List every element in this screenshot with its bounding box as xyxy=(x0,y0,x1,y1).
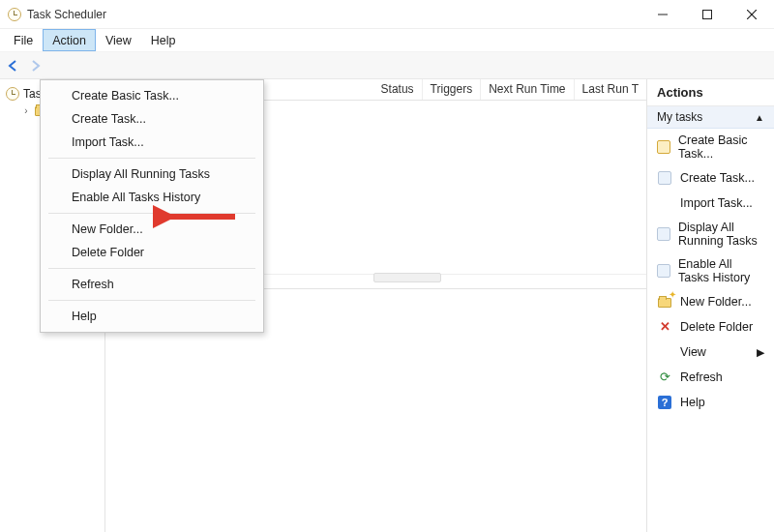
action-help[interactable]: ? Help xyxy=(647,390,774,415)
action-label: Import Task... xyxy=(680,196,753,210)
dd-enable-history[interactable]: Enable All Tasks History xyxy=(41,186,263,209)
minimize-button[interactable] xyxy=(640,0,685,29)
delete-icon: ✕ xyxy=(657,319,672,335)
action-label: Delete Folder xyxy=(680,320,753,334)
actions-subhead-label: My tasks xyxy=(657,110,702,124)
titlebar: Task Scheduler xyxy=(0,0,774,29)
svg-rect-1 xyxy=(703,10,712,18)
help-icon: ? xyxy=(657,395,672,410)
window-title: Task Scheduler xyxy=(27,8,106,21)
action-menu-dropdown: Create Basic Task... Create Task... Impo… xyxy=(40,79,264,333)
action-import-task[interactable]: Import Task... xyxy=(647,191,774,216)
action-label: Create Task... xyxy=(680,171,755,185)
task-icon xyxy=(657,170,672,186)
wizard-icon xyxy=(657,139,670,155)
close-icon xyxy=(747,10,757,19)
menu-separator xyxy=(48,158,255,159)
clock-icon xyxy=(6,87,19,101)
history-icon xyxy=(657,263,670,279)
action-create-task[interactable]: Create Task... xyxy=(647,165,774,191)
refresh-icon: ⟳ xyxy=(657,369,672,385)
action-label: New Folder... xyxy=(680,295,752,309)
submenu-arrow-icon: ▶ xyxy=(757,346,764,359)
action-label: Refresh xyxy=(680,370,723,384)
menu-separator xyxy=(48,268,255,269)
chevron-right-icon: › xyxy=(21,105,31,116)
window-controls xyxy=(640,0,774,29)
col-next-run[interactable]: Next Run Time xyxy=(481,79,574,100)
content-area: Task Scheduler › Status Triggers Next Ru… xyxy=(0,79,774,532)
actions-pane: Actions My tasks ▲ Create Basic Task... … xyxy=(646,79,774,532)
blank-icon xyxy=(657,344,672,360)
menu-file[interactable]: File xyxy=(4,29,43,51)
toolbar xyxy=(0,52,774,79)
col-status[interactable]: Status xyxy=(373,79,423,100)
dd-create-basic-task[interactable]: Create Basic Task... xyxy=(41,84,263,107)
forward-icon[interactable] xyxy=(27,58,43,74)
horizontal-scrollbar[interactable] xyxy=(373,273,441,282)
folder-new-icon: ✦ xyxy=(657,294,672,310)
close-button[interactable] xyxy=(729,0,774,29)
action-create-basic-task[interactable]: Create Basic Task... xyxy=(647,129,774,165)
action-label: Help xyxy=(680,396,705,409)
dd-display-running[interactable]: Display All Running Tasks xyxy=(41,163,263,186)
action-enable-history[interactable]: Enable All Tasks History xyxy=(647,252,774,289)
menu-separator xyxy=(48,213,255,214)
action-label: Display All Running Tasks xyxy=(678,221,764,248)
blank-icon xyxy=(657,195,672,211)
col-triggers[interactable]: Triggers xyxy=(423,79,482,100)
menu-view[interactable]: View xyxy=(96,29,141,51)
action-delete-folder[interactable]: ✕ Delete Folder xyxy=(647,314,774,340)
action-label: Enable All Tasks History xyxy=(678,257,764,284)
action-refresh[interactable]: ⟳ Refresh xyxy=(647,365,774,390)
action-new-folder[interactable]: ✦ New Folder... xyxy=(647,289,774,314)
dd-delete-folder[interactable]: Delete Folder xyxy=(41,241,263,264)
maximize-icon xyxy=(702,10,712,19)
dd-import-task[interactable]: Import Task... xyxy=(41,131,263,154)
actions-subhead[interactable]: My tasks ▲ xyxy=(647,106,774,129)
action-label: View xyxy=(680,345,706,359)
action-display-running[interactable]: Display All Running Tasks xyxy=(647,216,774,252)
menu-help[interactable]: Help xyxy=(141,29,186,51)
back-icon[interactable] xyxy=(6,58,21,74)
dd-create-task[interactable]: Create Task... xyxy=(41,107,263,131)
dd-new-folder[interactable]: New Folder... xyxy=(41,218,263,241)
action-label: Create Basic Task... xyxy=(678,133,764,161)
menu-action[interactable]: Action xyxy=(43,29,96,51)
menu-separator xyxy=(48,300,255,301)
menubar: File Action View Help xyxy=(0,29,774,52)
running-icon xyxy=(657,226,670,242)
minimize-icon xyxy=(658,10,668,19)
dd-refresh[interactable]: Refresh xyxy=(41,273,263,296)
col-last-run[interactable]: Last Run T xyxy=(575,79,646,100)
maximize-button[interactable] xyxy=(685,0,729,29)
app-icon xyxy=(8,8,21,21)
collapse-icon: ▲ xyxy=(755,112,764,123)
actions-title: Actions xyxy=(647,79,774,106)
dd-help[interactable]: Help xyxy=(41,305,263,328)
action-view[interactable]: View ▶ xyxy=(647,340,774,365)
